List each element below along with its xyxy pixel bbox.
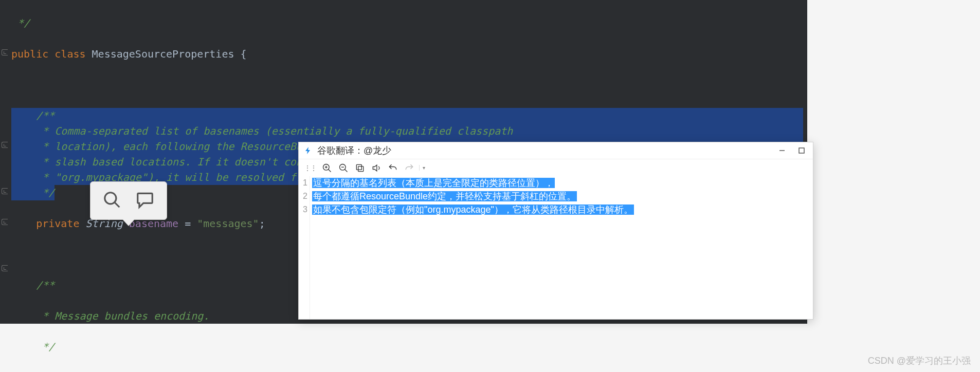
doc-open: /** [11,279,55,291]
undo-button[interactable] [386,161,400,175]
copy-button[interactable] [353,161,367,175]
grip-icon[interactable]: ⋮⋮ [304,164,316,172]
watermark: CSDN @爱学习的王小强 [868,355,971,367]
svg-point-0 [105,192,116,203]
chevron-down-icon[interactable]: ▾ [419,165,425,171]
maximize-button[interactable] [794,145,809,156]
translate-toolbar: ⋮⋮ ▾ [299,159,813,176]
minimize-button[interactable] [775,145,789,156]
svg-line-5 [329,169,331,172]
semicolon: ; [259,217,265,230]
doc-line: * Comma-separated list of basenames (ess… [11,125,513,137]
translate-content[interactable]: 逗号分隔的基名列表（本质上是完全限定的类路径位置）， 每个都遵循Resource… [310,176,813,319]
doc-line: * Message bundles encoding. [11,310,209,322]
translate-body[interactable]: 123 逗号分隔的基名列表（本质上是完全限定的类路径位置）， 每个都遵循Reso… [299,176,813,319]
eq: = [178,217,197,230]
redo-button[interactable] [403,161,416,175]
kw-public: public [11,48,55,60]
editor-gutter [0,0,9,324]
brace-open: { [241,48,247,60]
translate-line: 每个都遵循ResourceBundle约定，并轻松支持基于斜杠的位置。 [312,190,813,203]
svg-rect-11 [358,166,364,171]
zoom-in-button[interactable] [320,161,334,175]
svg-line-9 [345,169,348,172]
action-bubble [90,181,167,220]
comment-close: */ [11,17,30,29]
translate-line: 逗号分隔的基名列表（本质上是完全限定的类路径位置）， [312,176,813,190]
translate-line-gutter: 123 [299,176,310,319]
fold-marker[interactable] [2,219,8,225]
kw-class: class [55,48,92,60]
fold-marker[interactable] [2,49,8,55]
speak-button[interactable] [370,161,383,175]
doc-open: /** [11,109,55,122]
comment-icon[interactable] [135,190,155,212]
svg-rect-12 [356,164,361,170]
doc-close: */ [11,187,55,199]
bolt-icon [303,145,313,156]
translate-titlebar[interactable]: 谷歌翻译：@龙少 [299,142,813,159]
class-name: MessageSourceProperties [92,48,241,60]
translate-line: 如果不包含包限定符（例如"org.mypackage"），它将从类路径根目录中解… [312,203,813,216]
zoom-out-button[interactable] [337,161,350,175]
svg-line-1 [115,202,120,207]
svg-rect-3 [799,148,804,153]
doc-close: */ [11,341,55,353]
string-literal: "messages" [197,217,259,230]
fold-marker[interactable] [2,265,8,271]
translate-window[interactable]: 谷歌翻译：@龙少 ⋮⋮ ▾ 123 逗号分隔的基名列表（本质上是完全限定的类路径… [298,142,813,320]
translate-title-text: 谷歌翻译：@龙少 [317,144,391,157]
kw-private: private [11,217,86,230]
fold-marker[interactable] [2,188,8,194]
search-icon[interactable] [102,190,122,212]
fold-marker[interactable] [2,142,8,148]
